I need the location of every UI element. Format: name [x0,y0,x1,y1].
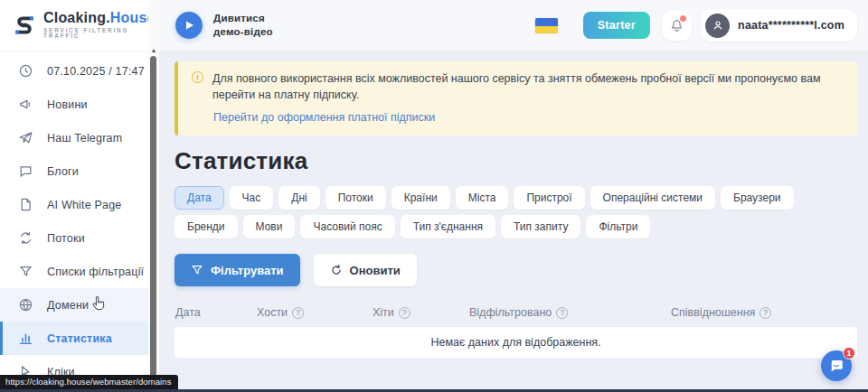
tab-потоки[interactable]: Потоки [326,186,386,210]
sidebar-item-домени[interactable]: Домени [0,288,148,322]
demo-video-label: Дивитися демо-відео [213,12,273,39]
column-header-хіти: Хіти? [373,306,469,319]
column-label: Хости [257,306,288,319]
chat-icon [828,358,844,374]
tab-міста[interactable]: Міста [456,186,509,210]
column-header-хости: Хости? [257,306,373,319]
logo[interactable]: Cloaking.House SERVICE FILTERING TRAFFIC [0,0,148,51]
bar-chart-icon [18,331,33,346]
flag-yellow-stripe [535,26,558,33]
app-window: Cloaking.House SERVICE FILTERING TRAFFIC… [0,0,868,392]
tab-фільтри[interactable]: Фільтри [586,215,650,238]
topbar: Дивитися демо-відео Starter [159,0,868,51]
sidebar-item-label: Домени [47,299,89,312]
chat-bubble-icon [18,163,33,179]
sidebar-item-label: 07.10.2025 / 17:47 [47,65,145,78]
column-header-відфільтровано: Відфільтровано? [469,306,671,319]
scrollbar-thumb[interactable] [150,56,156,377]
column-header-дата: Дата [175,306,257,319]
flows-icon [18,230,33,246]
sidebar-item-07-10-2025-17-47: 07.10.2025 / 17:47 [0,54,148,88]
person-icon [712,19,724,32]
sidebar: Cloaking.House SERVICE FILTERING TRAFFIC… [0,0,148,392]
tab-пристрої[interactable]: Пристрої [514,186,584,210]
column-header-співвідношення: Співвідношення? [671,306,857,319]
tab-тип-запиту[interactable]: Тип запиту [501,215,580,238]
logo-tagline: SERVICE FILTERING TRAFFIC [43,28,156,40]
plan-starter-button[interactable]: Starter [583,12,650,39]
tab-часовий-пояс[interactable]: Часовий пояс [300,215,394,238]
page-title: Статистика [175,147,857,175]
funnel-icon [18,264,33,279]
help-question-icon[interactable]: ? [760,307,771,319]
main-area: Дивитися демо-відео Starter [159,0,868,392]
avatar [705,14,730,38]
sidebar-item-новини[interactable]: Новини [0,88,148,121]
logo-icon [13,14,36,37]
sidebar-item-label: Наш Telegram [47,132,122,145]
user-email: naata**********l.com [738,19,844,32]
tab-мови[interactable]: Мови [243,215,296,238]
sidebar-scrollbar[interactable]: ▲ ▼ [148,0,159,392]
tab-тип-з-єднання[interactable]: Тип з'єднання [401,215,495,238]
user-account-button[interactable]: naata**********l.com [701,9,857,42]
sidebar-item-label: Новини [47,98,88,111]
sidebar-item-наш-telegram[interactable]: Наш Telegram [0,121,148,154]
sidebar-item-ai-white-page[interactable]: AI White Page [0,188,148,221]
play-icon[interactable] [175,12,203,39]
stats-tabs: ДатаЧасДніПотокиКраїниМістаПристроїОпера… [175,186,857,238]
subscription-link[interactable]: Перейти до оформлення платної підписки [213,111,435,124]
tab-браузери[interactable]: Браузери [721,186,794,210]
sidebar-item-label: AI White Page [47,199,122,211]
tab-країни[interactable]: Країни [392,186,450,210]
help-question-icon[interactable]: ? [556,307,568,319]
table-header: ДатаХости?Хіти?Відфільтровано?Співвіднош… [175,299,857,327]
sidebar-item-потоки[interactable]: Потоки [0,221,148,255]
sidebar-item-label: Блоги [47,165,79,178]
table-empty-state: Немає даних для відображення. [175,327,857,358]
notifications-button[interactable] [662,11,692,41]
logo-text: Cloaking.House SERVICE FILTERING TRAFFIC [43,11,156,40]
column-label: Дата [175,306,201,319]
help-question-icon[interactable]: ? [292,307,304,319]
column-label: Хіти [373,306,394,319]
tab-час[interactable]: Час [230,186,274,210]
flag-blue-stripe [535,18,558,26]
help-question-icon[interactable]: ? [399,307,410,319]
clock-icon [18,63,33,79]
column-label: Відфільтровано [469,306,552,319]
warning-icon: ! [192,71,203,83]
sidebar-item-блоги[interactable]: Блоги [0,154,148,188]
refresh-icon [330,264,343,276]
column-label: Співвідношення [671,306,755,319]
action-buttons: Фільтрувати Оновити [175,254,857,286]
chat-widget-button[interactable]: 1 [821,350,852,381]
language-flag-ukraine[interactable] [535,18,558,33]
megaphone-icon [18,97,33,112]
scrollbar-up-arrow-icon[interactable]: ▲ [148,47,159,54]
trial-warning-banner: ! Для повного використання всіх можливос… [175,61,857,135]
globe-icon [18,297,33,313]
filter-button[interactable]: Фільтрувати [175,254,300,286]
banner-text: Для повного використання всіх можливосте… [212,70,844,103]
status-bar-url: https://cloaking.house/webmaster/domains [0,375,178,389]
tab-дні[interactable]: Дні [278,186,319,210]
demo-video-button[interactable]: Дивитися демо-відео [175,12,273,39]
sidebar-item-label: Потоки [47,232,85,245]
sidebar-item-label: Списки фільтрації [47,266,144,278]
chat-unread-badge: 1 [843,347,855,359]
tab-дата[interactable]: Дата [175,186,224,210]
sidebar-item-статистика[interactable]: Статистика [0,322,148,355]
funnel-icon [191,264,203,276]
refresh-button[interactable]: Оновити [314,254,417,286]
topbar-right: Starter naata**********l.c [535,9,857,42]
logo-name-dark: Cloaking. [43,10,110,25]
tab-бренди[interactable]: Бренди [175,215,238,238]
sidebar-nav: 07.10.2025 / 17:47НовиниНаш TelegramБлог… [0,51,148,388]
telegram-icon [18,130,33,145]
notification-dot [680,15,686,22]
page-icon [18,197,33,212]
tab-операційні-системи[interactable]: Операційні системи [590,186,715,210]
content: ! Для повного використання всіх можливос… [159,51,868,392]
sidebar-item-списки-фільтрації[interactable]: Списки фільтрації [0,255,148,288]
